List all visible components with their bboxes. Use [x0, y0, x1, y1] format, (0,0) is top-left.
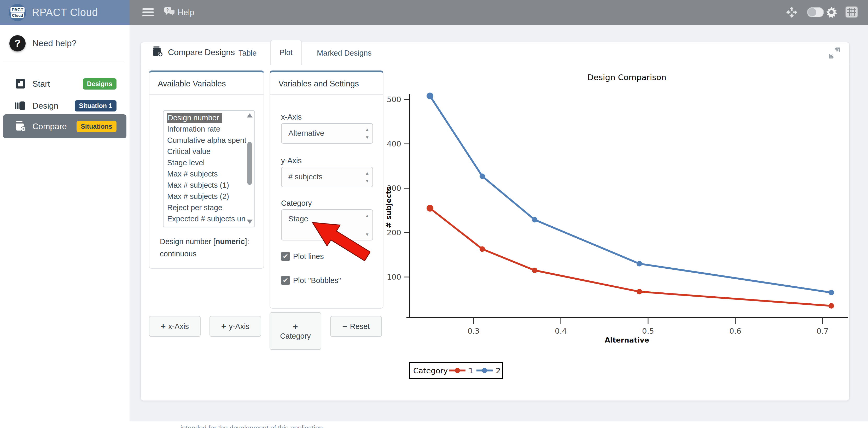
tab-marked-designs[interactable]: Marked Designs: [308, 42, 380, 64]
list-item[interactable]: Max # subjects (2): [163, 191, 246, 202]
scroll-down-icon[interactable]: [247, 220, 253, 224]
series-line: [430, 208, 831, 306]
compare-designs-icon: [152, 46, 163, 59]
svg-text:100: 100: [387, 272, 401, 282]
svg-text:500: 500: [387, 95, 401, 104]
scroll-thumb[interactable]: [247, 142, 252, 185]
y-axis-label: y-Axis: [281, 156, 302, 165]
data-point: [479, 246, 485, 252]
x-axis-value: Alternative: [288, 129, 324, 138]
data-point: [479, 174, 485, 179]
list-item[interactable]: Max # subjects (1): [163, 179, 246, 191]
variable-description: Design number [numeric]: continuous: [160, 235, 254, 260]
svg-text:0.5: 0.5: [642, 327, 654, 335]
chart-svg: Design Comparison1002003004005000.30.40.…: [384, 66, 849, 382]
y-axis-value: # subjects: [288, 173, 322, 181]
category-label: Category: [281, 199, 312, 207]
sidebar-divider: [3, 62, 124, 62]
help-label: Help: [178, 8, 194, 17]
listbox-scrollbar[interactable]: [246, 112, 253, 226]
data-point: [427, 205, 433, 212]
add-x-axis-button[interactable]: + x-Axis: [149, 316, 200, 337]
tab-table[interactable]: Table: [229, 42, 266, 64]
list-item[interactable]: Critical value: [163, 146, 246, 157]
y-axis-select[interactable]: # subjects ▲ ▼: [281, 167, 373, 187]
available-variables-title: Available Variables: [149, 72, 264, 95]
list-item[interactable]: Reject per stage: [163, 202, 246, 213]
sidebar-item-start[interactable]: StartDesigns: [3, 72, 126, 96]
expand-card-icon[interactable]: [828, 46, 841, 61]
spinner-up-icon[interactable]: ▲: [365, 171, 369, 175]
top-bar: ? Help: [0, 0, 868, 25]
list-item[interactable]: Information rate: [163, 124, 246, 135]
spinner-down-icon[interactable]: ▼: [365, 179, 369, 183]
help-chat-icon: ?: [164, 6, 178, 19]
tab-plot[interactable]: Plot: [270, 40, 302, 65]
y-axis-title: # subjects: [384, 187, 393, 228]
x-axis-label: x-Axis: [281, 113, 302, 122]
logo-text-1: PACT: [10, 7, 24, 12]
data-point: [829, 303, 834, 308]
plot-bobbles-label: Plot "Bobbles": [293, 276, 341, 285]
page-footer: intended for the development of this app…: [130, 421, 868, 430]
status-badge: Designs: [83, 78, 117, 90]
list-item[interactable]: Design number: [163, 112, 246, 124]
card-title: Compare Designs: [168, 47, 235, 57]
data-point: [637, 261, 642, 267]
theme-toggle[interactable]: [807, 7, 824, 17]
status-badge: Situation 1: [75, 100, 117, 111]
spinner-up-icon[interactable]: ▲: [365, 127, 369, 132]
x-axis-select[interactable]: Alternative ▲ ▼: [281, 123, 373, 143]
sidebar-item-compare[interactable]: CompareSituations: [3, 114, 126, 138]
add-y-axis-button[interactable]: + y-Axis: [210, 316, 261, 337]
menu-toggle-icon[interactable]: [142, 8, 154, 17]
data-point: [532, 217, 537, 223]
category-value: Stage: [288, 214, 308, 223]
design-icon: [14, 100, 26, 111]
design-comparison-chart: Design Comparison1002003004005000.30.40.…: [384, 66, 849, 382]
x-axis-title: Alternative: [605, 336, 649, 344]
sidebar-item-label: Compare: [32, 122, 67, 131]
data-point: [427, 92, 433, 99]
variables-settings-title: Variables and Settings: [270, 72, 383, 95]
question-mark-icon: ?: [9, 35, 26, 52]
rpact-logo[interactable]: PACT Cloud: [9, 4, 26, 21]
plus-icon: +: [161, 321, 165, 331]
help-button[interactable]: ? Help: [164, 6, 194, 19]
list-item[interactable]: Max # subjects: [163, 168, 246, 179]
scroll-up-icon[interactable]: [247, 113, 253, 118]
available-variables-panel: Available Variables Design numberInforma…: [149, 70, 264, 269]
variables-listbox[interactable]: Design numberInformation rateCumulative …: [163, 110, 255, 227]
card-header: Compare Designs TablePlotMarked Designs: [141, 42, 849, 64]
plot-bobbles-checkbox[interactable]: ✔ Plot "Bobbles": [281, 276, 341, 285]
minus-icon: −: [342, 321, 347, 331]
apps-grid-icon[interactable]: [845, 6, 858, 19]
list-item[interactable]: Stage level: [163, 157, 246, 168]
spinner-down-icon[interactable]: ▼: [365, 135, 369, 140]
svg-text:200: 200: [387, 228, 401, 237]
need-help-label: Need help?: [32, 38, 76, 48]
reset-button[interactable]: − Reset: [330, 316, 382, 337]
data-point: [829, 290, 834, 295]
list-item[interactable]: Cumulative alpha spent: [163, 135, 246, 146]
brand-header: PACT Cloud RPACT Cloud: [0, 0, 130, 25]
data-point: [637, 289, 642, 295]
variables-settings-panel: Variables and Settings x-Axis Alternativ…: [270, 70, 383, 308]
settings-gear-icon[interactable]: [826, 6, 837, 19]
sidebar-item-label: Start: [32, 79, 50, 89]
chart-title: Design Comparison: [587, 73, 666, 82]
list-item[interactable]: Expected # subjects under H1: [163, 225, 246, 227]
status-badge: Situations: [76, 121, 117, 132]
fullscreen-arrows-icon[interactable]: [786, 6, 798, 19]
add-category-button[interactable]: + Category: [270, 312, 321, 350]
legend-entry: 1: [469, 366, 473, 375]
checkbox-check-icon: ✔: [281, 276, 290, 285]
toggle-knob: [808, 8, 816, 16]
rpact-cloud-app: { "brand": { "title": "RPACT Cloud", "lo…: [0, 0, 868, 430]
series-line: [430, 96, 831, 292]
annotation-arrow-icon: [306, 217, 376, 266]
need-help-link[interactable]: ? Need help?: [0, 35, 130, 52]
plus-icon: +: [293, 322, 298, 332]
start-icon: [14, 78, 26, 90]
list-item[interactable]: Expected # subjects under H0: [163, 213, 246, 225]
